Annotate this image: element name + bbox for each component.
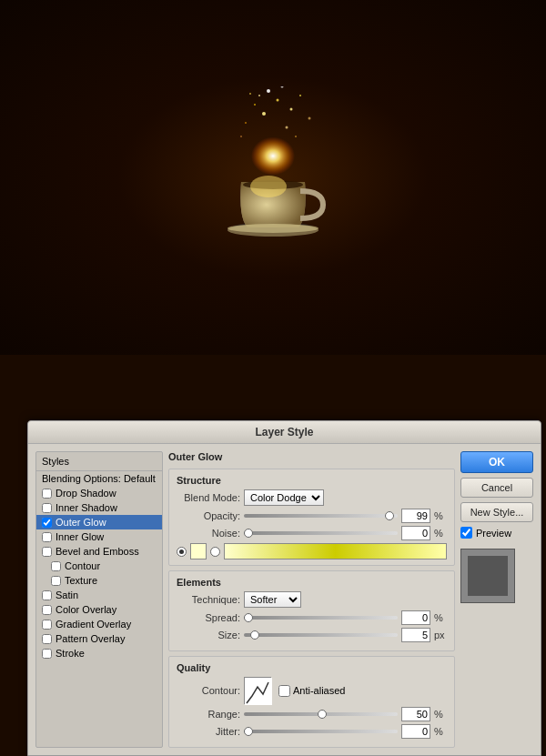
svg-point-2 (277, 99, 279, 102)
preview-checkbox[interactable] (460, 527, 472, 539)
blend-mode-row: Blend Mode: Color Dodge Normal Screen Ov… (177, 489, 447, 506)
gradient-overlay-item[interactable]: Gradient Overlay (36, 617, 162, 631)
color-row (177, 543, 447, 559)
main-panel: Outer Glow Structure Blend Mode: Color D… (168, 451, 455, 748)
opacity-value[interactable]: 99 (401, 509, 430, 523)
svg-point-12 (281, 86, 284, 88)
bevel-emboss-label: Bevel and Emboss (56, 546, 139, 557)
noise-slider[interactable] (244, 531, 398, 535)
contour-item[interactable]: Contour (36, 559, 162, 573)
styles-section[interactable]: Styles (36, 452, 162, 471)
stroke-item[interactable]: Stroke (36, 646, 162, 660)
styles-label: Styles (42, 456, 69, 467)
drop-shadow-item[interactable]: Drop Shadow (36, 486, 162, 500)
jitter-label: Jitter: (177, 726, 240, 737)
elements-section: Elements Technique: Softer Precise Sprea… (168, 570, 455, 651)
svg-point-8 (286, 126, 288, 129)
svg-point-6 (299, 95, 301, 96)
drop-shadow-label: Drop Shadow (56, 488, 116, 499)
gradient-overlay-label: Gradient Overlay (56, 619, 131, 630)
inner-glow-label: Inner Glow (56, 531, 104, 542)
svg-point-14 (295, 136, 297, 137)
satin-checkbox[interactable] (42, 590, 52, 600)
range-value[interactable]: 50 (401, 707, 430, 721)
svg-point-3 (254, 104, 256, 106)
structure-title: Structure (177, 475, 447, 486)
spread-label: Spread: (177, 612, 240, 623)
spread-value[interactable]: 0 (401, 610, 430, 625)
satin-item[interactable]: Satin (36, 588, 162, 602)
svg-point-11 (258, 95, 260, 96)
jitter-value[interactable]: 0 (401, 724, 430, 739)
contour-label-q: Contour: (177, 685, 240, 696)
anti-aliased-row: Anti-aliased (278, 685, 345, 697)
gradient-bar[interactable] (224, 543, 447, 559)
opacity-slider[interactable] (244, 514, 398, 518)
quality-section: Quality Contour: Anti-aliased (168, 656, 455, 748)
spread-slider[interactable] (244, 616, 398, 620)
stroke-label: Stroke (56, 648, 85, 659)
blending-options-item[interactable]: Blending Options: Default (36, 471, 162, 486)
preview-label: Preview (476, 528, 511, 539)
pattern-overlay-checkbox[interactable] (42, 634, 52, 644)
technique-row: Technique: Softer Precise (177, 591, 447, 608)
pattern-overlay-label: Pattern Overlay (56, 633, 125, 644)
svg-point-19 (228, 224, 318, 233)
quality-title: Quality (177, 662, 447, 673)
ok-button[interactable]: OK (460, 451, 533, 473)
contour-thumbnail[interactable] (244, 677, 271, 704)
blend-mode-label: Blend Mode: (177, 492, 240, 503)
bevel-emboss-item[interactable]: Bevel and Emboss (36, 544, 162, 559)
svg-point-5 (245, 122, 247, 124)
blend-mode-select[interactable]: Color Dodge Normal Screen Overlay (244, 489, 324, 506)
inner-glow-item[interactable]: Inner Glow (36, 529, 162, 544)
left-panel: Styles Blending Options: Default Drop Sh… (35, 451, 163, 748)
noise-unit: % (434, 528, 447, 539)
range-label: Range: (177, 709, 240, 720)
color-radio[interactable] (177, 547, 187, 557)
preview-box (460, 549, 515, 603)
contour-row: Contour: Anti-aliased (177, 677, 447, 704)
blending-options-label: Blending Options: Default (42, 473, 156, 484)
canvas-area (0, 0, 546, 355)
gradient-overlay-checkbox[interactable] (42, 620, 52, 630)
inner-glow-checkbox[interactable] (42, 532, 52, 542)
drop-shadow-checkbox[interactable] (42, 489, 52, 499)
dialog-title: Layer Style (255, 426, 313, 438)
jitter-slider[interactable] (244, 730, 398, 733)
color-swatch[interactable] (190, 543, 207, 559)
pattern-overlay-item[interactable]: Pattern Overlay (36, 631, 162, 646)
technique-label: Technique: (177, 594, 240, 605)
anti-aliased-checkbox[interactable] (278, 685, 290, 697)
contour-checkbox[interactable] (51, 561, 61, 571)
noise-value[interactable]: 0 (401, 526, 430, 540)
range-slider[interactable] (244, 712, 398, 716)
outer-glow-checkbox[interactable] (42, 518, 52, 528)
technique-select[interactable]: Softer Precise (244, 591, 301, 608)
svg-point-1 (262, 112, 266, 116)
color-overlay-item[interactable]: Color Overlay (36, 602, 162, 617)
outer-glow-label: Outer Glow (56, 517, 106, 528)
bevel-emboss-checkbox[interactable] (42, 547, 52, 557)
svg-point-17 (250, 176, 287, 197)
new-style-button[interactable]: New Style... (460, 502, 533, 522)
size-value[interactable]: 5 (401, 628, 430, 642)
size-slider[interactable] (244, 633, 398, 637)
svg-point-7 (267, 89, 270, 93)
texture-checkbox[interactable] (51, 576, 61, 586)
jitter-row: Jitter: 0 % (177, 724, 447, 739)
stroke-checkbox[interactable] (42, 649, 52, 659)
spread-unit: % (434, 612, 447, 623)
size-label: Size: (177, 630, 240, 640)
noise-row: Noise: 0 % (177, 526, 447, 540)
inner-shadow-checkbox[interactable] (42, 503, 52, 513)
cancel-button[interactable]: Cancel (460, 478, 533, 498)
outer-glow-item[interactable]: Outer Glow (36, 515, 162, 529)
texture-item[interactable]: Texture (36, 573, 162, 588)
opacity-label: Opacity: (177, 510, 240, 521)
color-overlay-checkbox[interactable] (42, 605, 52, 615)
structure-section: Structure Blend Mode: Color Dodge Normal… (168, 469, 455, 566)
svg-point-10 (308, 117, 311, 120)
inner-shadow-item[interactable]: Inner Shadow (36, 500, 162, 515)
gradient-radio[interactable] (210, 547, 220, 557)
